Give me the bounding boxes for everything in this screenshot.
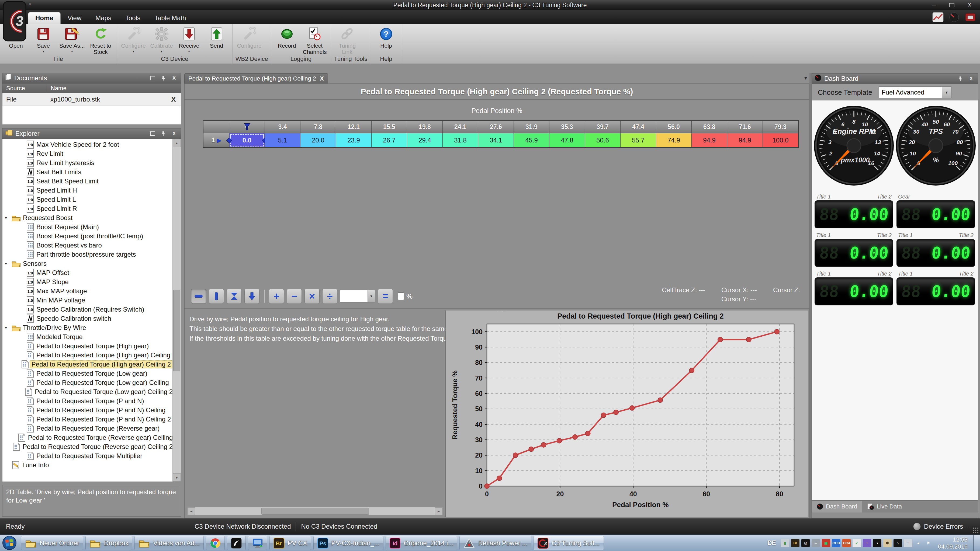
table-cell[interactable]: 23.9 <box>336 133 372 147</box>
tree-item[interactable]: Tune Info <box>2 460 173 470</box>
tree-item[interactable]: ▾Requested Boost <box>2 213 173 222</box>
adobe-bridge-tray-icon[interactable]: Br <box>791 539 799 547</box>
tree-item[interactable]: Boost Request (post throttle/IC temp) <box>2 232 173 241</box>
tree-item[interactable]: Boost Request vs baro <box>2 241 173 250</box>
wb2-gauge-icon[interactable] <box>948 12 960 24</box>
column-header-cell[interactable]: 19.8 <box>407 121 443 133</box>
tree-item[interactable]: Pedal to Requested Torque (Reverse gear) <box>2 424 173 433</box>
taskbar-button-neuer-ordner[interactable]: Neuer Ordner <box>21 536 83 550</box>
column-header-cell[interactable]: 7.8 <box>301 121 336 133</box>
divide-button[interactable]: ÷ <box>322 289 337 304</box>
column-header-cell[interactable]: 31.9 <box>514 121 549 133</box>
network-plug-tray-icon[interactable]: □ <box>904 539 912 547</box>
tree-item[interactable]: Speedo Calibration switch <box>2 314 173 323</box>
table-cell[interactable]: 47.8 <box>549 133 585 147</box>
table-cell[interactable]: 94.9 <box>727 133 763 147</box>
set-equal-button[interactable]: = <box>378 289 393 304</box>
menu-tab-maps[interactable]: Maps <box>88 13 118 24</box>
column-header-cell[interactable]: 0 <box>229 121 265 133</box>
record-button[interactable]: Record <box>274 25 300 49</box>
table-cell[interactable]: 55.7 <box>620 133 656 147</box>
dashboard-tab-dash-board[interactable]: Dash Board <box>812 501 862 513</box>
tree-expander-icon[interactable]: ▾ <box>2 261 10 266</box>
column-selection-button[interactable] <box>209 289 224 304</box>
taskbar-button-pv-cx[interactable]: BrPV CX <box>269 536 311 550</box>
tree-item[interactable]: 1:0Speed Limit H <box>2 186 173 195</box>
dropdown-arrow-icon[interactable]: ▾ <box>132 49 134 53</box>
tree-item[interactable]: Pedal to Requested Torque Multiplier <box>2 451 173 460</box>
taskbar-button-chrome[interactable] <box>206 536 225 550</box>
gauge-tray-icon[interactable]: ∩ <box>894 539 902 547</box>
quick-access-toolbar[interactable]: ▾ <box>29 2 31 6</box>
column-header-cell[interactable]: 15.5 <box>372 121 407 133</box>
horizontal-splitter[interactable]: ···· <box>497 309 507 314</box>
hscrollbar-thumb[interactable] <box>261 508 369 514</box>
table-cell[interactable]: 50.6 <box>585 133 620 147</box>
close-button[interactable]: X <box>962 2 977 9</box>
scroll-down-icon[interactable]: ▼ <box>173 473 181 481</box>
tree-item[interactable]: Boost Request (Main) <box>2 222 173 232</box>
tree-item[interactable]: ▾Sensors <box>2 259 173 268</box>
language-indicator[interactable]: DE <box>765 540 778 547</box>
combo-value[interactable] <box>340 290 368 302</box>
explorer-maximize-icon[interactable] <box>148 132 157 136</box>
multiply-button[interactable]: × <box>304 289 320 304</box>
select-channels-button[interactable]: Select Channels <box>301 25 328 56</box>
column-header-cell[interactable]: 63.8 <box>692 121 727 133</box>
tree-item[interactable]: 1:0MAP Slope <box>2 277 173 287</box>
scroll-right-icon[interactable]: ► <box>435 507 442 515</box>
column-header-cell[interactable]: 79.3 <box>763 121 799 133</box>
ccb-tray-icon[interactable]: CCB <box>832 539 840 547</box>
volume-tray-icon[interactable]: ◄ <box>914 539 922 547</box>
taskbar-button-gripone-2014-i-[interactable]: IdGripone_2014.i... <box>386 536 457 550</box>
table-cell[interactable]: 20.0 <box>301 133 336 147</box>
usb-eject-icon[interactable]: ▮ <box>781 539 789 547</box>
tree-item[interactable]: 1:0Seat Belt Speed Limit <box>2 177 173 186</box>
tree-item[interactable]: 1:0MAP Offset <box>2 268 173 277</box>
photo-app-tray-icon[interactable]: ◑ <box>873 539 881 547</box>
tree-expander-icon[interactable]: ▾ <box>2 216 10 220</box>
tree-item[interactable]: Pedal to Requested Torque (High gear) <box>2 341 173 351</box>
tree-item[interactable]: 1:0Rev Limit hysteresis <box>2 158 173 168</box>
menu-tab-view[interactable]: View <box>60 13 89 24</box>
tree-item[interactable]: 1:0Rev Limit <box>2 149 173 158</box>
fit-selection-button[interactable] <box>227 289 242 304</box>
menu-tab-home[interactable]: Home <box>28 12 60 24</box>
document-row[interactable]: File xp1000_turbo.stk X <box>2 93 181 106</box>
documents-col-source[interactable]: Source <box>2 85 47 92</box>
tree-item[interactable]: Pedal to Requested Torque (P and N) <box>2 396 173 406</box>
dual-monitor-tray-icon[interactable]: ▣ <box>822 539 830 547</box>
tree-item[interactable]: Pedal to Requested Torque (High gear) Ce… <box>2 360 173 369</box>
maximize-button[interactable] <box>944 2 959 9</box>
tree-item[interactable]: Pedal to Requested Torque (Reverse gear)… <box>2 433 173 442</box>
document-tab[interactable]: Pedal to Requested Torque (High gear) Ce… <box>184 73 328 84</box>
tree-item[interactable]: ▾Throttle/Drive By Wire <box>2 323 173 332</box>
color-wheel-tray-icon[interactable]: ◔ <box>863 539 871 547</box>
dropdown-arrow-icon[interactable]: ▾ <box>43 49 45 53</box>
tree-item[interactable]: Pedal to Requested Torque (Low gear) <box>2 369 173 378</box>
tree-item[interactable]: Part throttle boost/pressure targets <box>2 250 173 259</box>
tree-item[interactable]: Pedal to Requested Torque (Low gear) Cei… <box>2 387 173 396</box>
explorer-close-icon[interactable]: X <box>170 131 178 137</box>
c3-logo-icon[interactable]: 3 <box>3 1 26 43</box>
vertical-splitter[interactable] <box>810 73 811 518</box>
dashboard-pin-icon[interactable] <box>956 76 964 81</box>
template-dropdown-icon[interactable]: ▼ <box>942 87 951 98</box>
table-cell[interactable]: 34.1 <box>478 133 514 147</box>
table-cell[interactable]: 26.7 <box>372 133 407 147</box>
percent-checkbox[interactable]: % <box>398 292 412 300</box>
start-button[interactable] <box>2 536 17 551</box>
save-button[interactable]: Save▾ <box>30 25 57 54</box>
minimize-button[interactable]: — <box>926 2 942 9</box>
tree-item[interactable]: Pedal to Requested Torque (High gear) Ce… <box>2 351 173 360</box>
column-header-cell[interactable]: 27.6 <box>478 121 514 133</box>
subtract-button[interactable]: − <box>287 289 302 304</box>
reset-to-stock-button[interactable]: Reset to Stock <box>88 25 114 56</box>
bug-tray-icon[interactable]: ✱ <box>883 539 892 547</box>
explorer-scrollbar[interactable]: ▲ ▼ <box>172 139 181 481</box>
tree-item[interactable]: 1:0Speedo Calibration (Requires Switch) <box>2 305 173 314</box>
tab-list-dropdown-icon[interactable]: ▼ <box>803 76 808 81</box>
show-desktop-button[interactable] <box>973 535 980 551</box>
cc4-tray-icon[interactable]: CC4 <box>842 539 851 547</box>
taskbar-button-reflash-power-[interactable]: Reflash Power ... <box>460 536 531 550</box>
